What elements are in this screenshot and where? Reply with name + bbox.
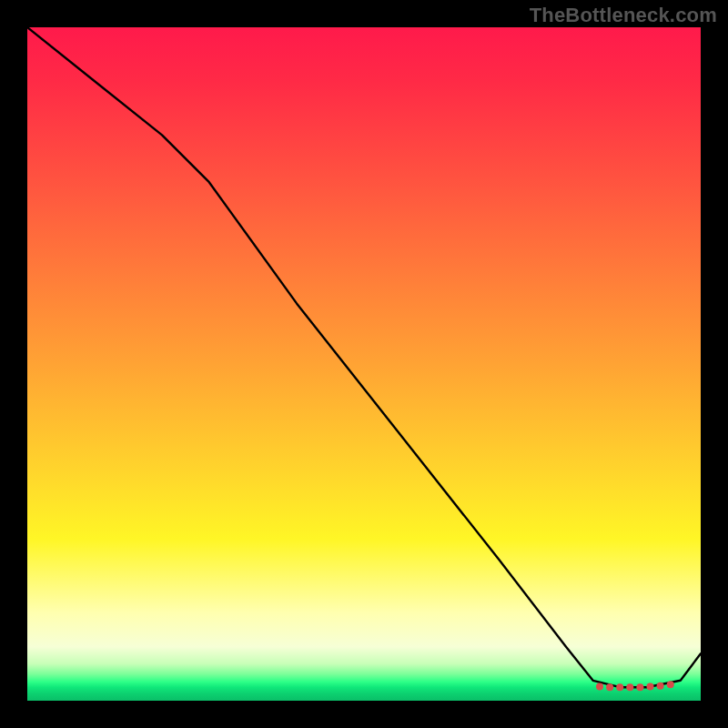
data-curve	[27, 27, 701, 687]
marker-point	[626, 683, 633, 691]
marker-point	[636, 683, 643, 691]
watermark-text: TheBottleneck.com	[530, 4, 717, 27]
marker-point	[657, 682, 664, 690]
marker-point	[647, 683, 654, 691]
marker-point	[667, 681, 674, 688]
plot-area	[27, 27, 701, 701]
line-overlay	[27, 27, 701, 701]
marker-point	[596, 683, 603, 691]
marker-point	[606, 683, 613, 691]
bottom-marker-cluster	[596, 681, 674, 691]
chart-frame: TheBottleneck.com	[0, 0, 728, 728]
marker-point	[616, 683, 623, 691]
